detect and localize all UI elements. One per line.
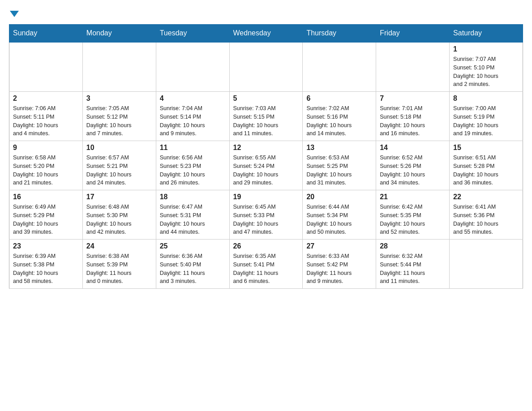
calendar-week-row: 1Sunrise: 7:07 AM Sunset: 5:10 PM Daylig… — [9, 42, 523, 92]
calendar-week-row: 9Sunrise: 6:58 AM Sunset: 5:20 PM Daylig… — [9, 141, 523, 190]
day-info: Sunrise: 6:39 AM Sunset: 5:38 PM Dayligh… — [13, 252, 79, 286]
weekday-header-sunday: Sunday — [9, 25, 83, 43]
day-info: Sunrise: 6:55 AM Sunset: 5:24 PM Dayligh… — [233, 154, 299, 187]
day-info: Sunrise: 6:57 AM Sunset: 5:21 PM Dayligh… — [86, 154, 152, 187]
weekday-header-monday: Monday — [82, 25, 156, 43]
calendar-cell: 15Sunrise: 6:51 AM Sunset: 5:28 PM Dayli… — [450, 141, 523, 190]
calendar-cell: 18Sunrise: 6:47 AM Sunset: 5:31 PM Dayli… — [156, 190, 229, 240]
day-info: Sunrise: 6:45 AM Sunset: 5:33 PM Dayligh… — [233, 203, 299, 236]
day-info: Sunrise: 6:41 AM Sunset: 5:36 PM Dayligh… — [453, 203, 519, 236]
day-number: 18 — [160, 193, 226, 201]
day-info: Sunrise: 6:51 AM Sunset: 5:28 PM Dayligh… — [453, 154, 519, 187]
day-info: Sunrise: 6:48 AM Sunset: 5:30 PM Dayligh… — [86, 203, 152, 236]
day-number: 2 — [13, 94, 79, 103]
calendar-cell — [376, 42, 450, 92]
calendar-cell — [9, 42, 83, 92]
day-number: 15 — [453, 144, 519, 152]
calendar-cell: 25Sunrise: 6:36 AM Sunset: 5:40 PM Dayli… — [156, 240, 229, 289]
calendar-cell: 14Sunrise: 6:52 AM Sunset: 5:26 PM Dayli… — [376, 141, 450, 190]
day-number: 9 — [13, 144, 79, 152]
day-number: 20 — [306, 193, 372, 201]
day-info: Sunrise: 7:04 AM Sunset: 5:14 PM Dayligh… — [160, 104, 226, 138]
day-number: 28 — [380, 242, 446, 250]
day-info: Sunrise: 7:06 AM Sunset: 5:11 PM Dayligh… — [13, 104, 79, 138]
day-info: Sunrise: 6:38 AM Sunset: 5:39 PM Dayligh… — [86, 252, 152, 286]
calendar-cell: 3Sunrise: 7:05 AM Sunset: 5:12 PM Daylig… — [82, 92, 156, 141]
day-number: 14 — [380, 144, 446, 152]
day-info: Sunrise: 6:32 AM Sunset: 5:44 PM Dayligh… — [380, 252, 446, 286]
day-info: Sunrise: 6:49 AM Sunset: 5:29 PM Dayligh… — [13, 203, 79, 236]
day-info: Sunrise: 6:58 AM Sunset: 5:20 PM Dayligh… — [13, 154, 79, 187]
day-info: Sunrise: 6:33 AM Sunset: 5:42 PM Dayligh… — [306, 252, 372, 286]
day-number: 5 — [233, 94, 299, 103]
day-number: 19 — [233, 193, 299, 201]
day-info: Sunrise: 6:44 AM Sunset: 5:34 PM Dayligh… — [306, 203, 372, 236]
weekday-header-tuesday: Tuesday — [156, 25, 229, 43]
calendar-cell — [82, 42, 156, 92]
day-number: 12 — [233, 144, 299, 152]
logo-arrow-icon — [10, 11, 19, 17]
logo — [9, 9, 19, 17]
calendar-week-row: 2Sunrise: 7:06 AM Sunset: 5:11 PM Daylig… — [9, 92, 523, 141]
calendar-cell: 5Sunrise: 7:03 AM Sunset: 5:15 PM Daylig… — [229, 92, 303, 141]
day-number: 4 — [160, 94, 226, 103]
day-number: 10 — [86, 144, 152, 152]
calendar-cell: 12Sunrise: 6:55 AM Sunset: 5:24 PM Dayli… — [229, 141, 303, 190]
day-number: 13 — [306, 144, 372, 152]
calendar-cell — [303, 42, 376, 92]
calendar-cell: 19Sunrise: 6:45 AM Sunset: 5:33 PM Dayli… — [229, 190, 303, 240]
day-number: 6 — [306, 94, 372, 103]
day-info: Sunrise: 6:56 AM Sunset: 5:23 PM Dayligh… — [160, 154, 226, 187]
day-info: Sunrise: 6:53 AM Sunset: 5:25 PM Dayligh… — [306, 154, 372, 187]
day-number: 11 — [160, 144, 226, 152]
calendar-cell: 23Sunrise: 6:39 AM Sunset: 5:38 PM Dayli… — [9, 240, 83, 289]
calendar-cell: 16Sunrise: 6:49 AM Sunset: 5:29 PM Dayli… — [9, 190, 83, 240]
day-number: 16 — [13, 193, 79, 201]
calendar-cell: 24Sunrise: 6:38 AM Sunset: 5:39 PM Dayli… — [82, 240, 156, 289]
day-number: 8 — [453, 94, 519, 103]
day-number: 27 — [306, 242, 372, 250]
calendar-cell — [156, 42, 229, 92]
weekday-header-saturday: Saturday — [450, 25, 523, 43]
day-info: Sunrise: 7:00 AM Sunset: 5:19 PM Dayligh… — [453, 104, 519, 138]
calendar-cell: 1Sunrise: 7:07 AM Sunset: 5:10 PM Daylig… — [450, 42, 523, 92]
calendar-cell: 11Sunrise: 6:56 AM Sunset: 5:23 PM Dayli… — [156, 141, 229, 190]
calendar-cell: 21Sunrise: 6:42 AM Sunset: 5:35 PM Dayli… — [376, 190, 450, 240]
calendar-cell: 7Sunrise: 7:01 AM Sunset: 5:18 PM Daylig… — [376, 92, 450, 141]
day-info: Sunrise: 7:05 AM Sunset: 5:12 PM Dayligh… — [86, 104, 152, 138]
day-number: 3 — [86, 94, 152, 103]
calendar-cell: 17Sunrise: 6:48 AM Sunset: 5:30 PM Dayli… — [82, 190, 156, 240]
calendar-cell — [229, 42, 303, 92]
calendar-cell: 20Sunrise: 6:44 AM Sunset: 5:34 PM Dayli… — [303, 190, 376, 240]
calendar-table: SundayMondayTuesdayWednesdayThursdayFrid… — [9, 24, 523, 289]
calendar-cell: 8Sunrise: 7:00 AM Sunset: 5:19 PM Daylig… — [450, 92, 523, 141]
calendar-cell: 10Sunrise: 6:57 AM Sunset: 5:21 PM Dayli… — [82, 141, 156, 190]
day-number: 25 — [160, 242, 226, 250]
day-number: 23 — [13, 242, 79, 250]
calendar-week-row: 16Sunrise: 6:49 AM Sunset: 5:29 PM Dayli… — [9, 190, 523, 240]
weekday-header-thursday: Thursday — [303, 25, 376, 43]
day-number: 1 — [453, 45, 519, 53]
day-info: Sunrise: 7:01 AM Sunset: 5:18 PM Dayligh… — [380, 104, 446, 138]
page-header — [9, 9, 523, 17]
calendar-cell: 26Sunrise: 6:35 AM Sunset: 5:41 PM Dayli… — [229, 240, 303, 289]
calendar-cell: 13Sunrise: 6:53 AM Sunset: 5:25 PM Dayli… — [303, 141, 376, 190]
day-number: 22 — [453, 193, 519, 201]
calendar-cell: 22Sunrise: 6:41 AM Sunset: 5:36 PM Dayli… — [450, 190, 523, 240]
day-info: Sunrise: 6:47 AM Sunset: 5:31 PM Dayligh… — [160, 203, 226, 236]
day-info: Sunrise: 7:03 AM Sunset: 5:15 PM Dayligh… — [233, 104, 299, 138]
day-info: Sunrise: 6:35 AM Sunset: 5:41 PM Dayligh… — [233, 252, 299, 286]
day-number: 21 — [380, 193, 446, 201]
day-number: 24 — [86, 242, 152, 250]
calendar-week-row: 23Sunrise: 6:39 AM Sunset: 5:38 PM Dayli… — [9, 240, 523, 289]
day-info: Sunrise: 7:07 AM Sunset: 5:10 PM Dayligh… — [453, 55, 519, 89]
day-number: 17 — [86, 193, 152, 201]
day-info: Sunrise: 6:42 AM Sunset: 5:35 PM Dayligh… — [380, 203, 446, 236]
calendar-cell: 27Sunrise: 6:33 AM Sunset: 5:42 PM Dayli… — [303, 240, 376, 289]
day-info: Sunrise: 6:52 AM Sunset: 5:26 PM Dayligh… — [380, 154, 446, 187]
day-number: 7 — [380, 94, 446, 103]
calendar-cell — [450, 240, 523, 289]
calendar-cell: 9Sunrise: 6:58 AM Sunset: 5:20 PM Daylig… — [9, 141, 83, 190]
calendar-cell: 4Sunrise: 7:04 AM Sunset: 5:14 PM Daylig… — [156, 92, 229, 141]
day-info: Sunrise: 6:36 AM Sunset: 5:40 PM Dayligh… — [160, 252, 226, 286]
